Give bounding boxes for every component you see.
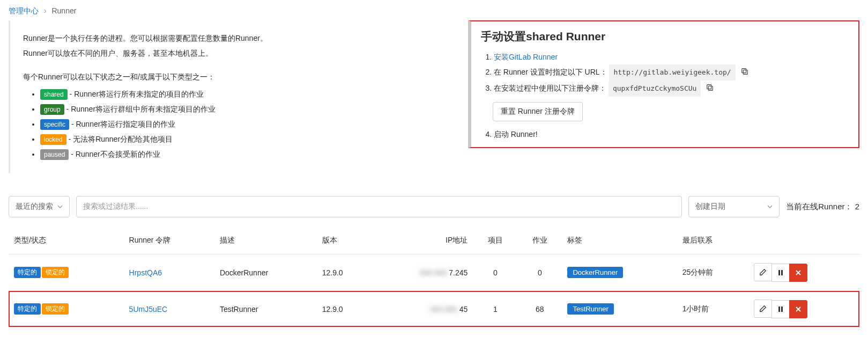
recent-search-dropdown[interactable]: 最近的搜索 bbox=[9, 196, 70, 217]
col-token: Runner 令牌 bbox=[124, 227, 214, 254]
svg-rect-6 bbox=[778, 307, 780, 312]
table-row: 特定的锁定的5UmJ5uECTestRunner12.9.0000.000.45… bbox=[9, 291, 859, 327]
svg-rect-4 bbox=[778, 270, 780, 275]
col-version: 版本 bbox=[317, 227, 372, 254]
badge-shared: shared bbox=[40, 89, 68, 100]
online-runners-status: 当前在线Runner： 2 bbox=[786, 202, 859, 212]
col-desc: 描述 bbox=[214, 227, 317, 254]
intro-p3: 每个Runner可以在以下状态之一和/或属于以下类型之一： bbox=[23, 71, 429, 84]
svg-rect-7 bbox=[781, 307, 783, 312]
setup-step2-text: 在 Runner 设置时指定以下 URL： bbox=[494, 68, 607, 76]
desc-group: - Runner将运行群组中所有未指定项目的作业 bbox=[66, 105, 216, 113]
search-input[interactable]: 搜索或过滤结果...... bbox=[76, 196, 682, 217]
intro-p2: Runner可以放在不同的用户、服务器，甚至本地机器上。 bbox=[23, 47, 429, 60]
row-badge-specific: 特定的 bbox=[14, 267, 41, 278]
col-last: 最后联系 bbox=[677, 227, 749, 254]
runner-desc: DockerRunner bbox=[214, 254, 317, 291]
desc-shared: - Runner将运行所有未指定的项目的作业 bbox=[70, 90, 204, 98]
intro-p1: Runner是一个执行任务的进程。您可以根据需要配置任意数量的Runner。 bbox=[23, 32, 429, 45]
runner-tag: TestRunner bbox=[567, 303, 613, 315]
badge-locked: locked bbox=[40, 134, 66, 145]
svg-rect-0 bbox=[743, 70, 747, 75]
recent-search-label: 最近的搜索 bbox=[16, 202, 53, 212]
setup-step4-text: 启动 Runner! bbox=[494, 127, 849, 142]
runner-token-link[interactable]: HrpstQA6 bbox=[129, 268, 162, 277]
col-projects: 项目 bbox=[473, 227, 517, 254]
setup-step3-text: 在安装过程中使用以下注册令牌： bbox=[494, 84, 606, 92]
svg-rect-1 bbox=[741, 69, 746, 73]
runner-jobs: 0 bbox=[517, 254, 562, 291]
delete-button[interactable] bbox=[789, 300, 807, 318]
breadcrumb: 管理中心 › Runner bbox=[9, 6, 859, 16]
runner-last-contact: 25分钟前 bbox=[677, 254, 749, 291]
setup-title: 手动设置shared Runner bbox=[481, 29, 849, 44]
badge-paused: paused bbox=[40, 149, 69, 160]
col-tags: 标签 bbox=[562, 227, 677, 254]
col-jobs: 作业 bbox=[517, 227, 562, 254]
runner-projects: 1 bbox=[473, 291, 517, 327]
badge-specific: specific bbox=[40, 119, 69, 130]
pause-button[interactable] bbox=[771, 264, 790, 282]
runner-ip: 000.000.45 bbox=[372, 291, 473, 327]
breadcrumb-current: Runner bbox=[51, 6, 76, 15]
svg-rect-5 bbox=[781, 270, 783, 275]
install-runner-link[interactable]: 安装GitLab Runner bbox=[494, 53, 558, 61]
row-badge-specific: 特定的 bbox=[14, 303, 41, 315]
runner-tag: DockerRunner bbox=[567, 267, 623, 278]
col-ip: IP地址 bbox=[372, 227, 473, 254]
chevron-down-icon bbox=[57, 202, 63, 211]
svg-rect-2 bbox=[709, 86, 713, 91]
row-badge-locked: 锁定的 bbox=[42, 303, 69, 315]
row-badge-locked: 锁定的 bbox=[42, 267, 69, 278]
runner-projects: 0 bbox=[473, 254, 517, 291]
chevron-down-icon bbox=[767, 202, 773, 211]
table-row: 特定的锁定的HrpstQA6DockerRunner12.9.0000.000.… bbox=[9, 254, 859, 291]
runner-ip: 000.000.7.245 bbox=[372, 254, 473, 291]
svg-rect-3 bbox=[707, 85, 711, 89]
manual-setup-panel: 手动设置shared Runner 安装GitLab Runner 在 Runn… bbox=[468, 20, 859, 148]
setup-url-code: http://gitlab.weiyigeek.top/ bbox=[609, 64, 735, 81]
runner-version: 12.9.0 bbox=[317, 254, 372, 291]
breadcrumb-separator: › bbox=[44, 6, 47, 15]
runner-jobs: 68 bbox=[517, 291, 562, 327]
delete-button[interactable] bbox=[789, 264, 807, 282]
edit-button[interactable] bbox=[754, 263, 772, 281]
sort-dropdown[interactable]: 创建日期 bbox=[688, 196, 780, 217]
runner-token-link[interactable]: 5UmJ5uEC bbox=[129, 305, 168, 313]
badge-group: group bbox=[40, 104, 64, 115]
col-type: 类型/状态 bbox=[9, 227, 124, 254]
runner-version: 12.9.0 bbox=[317, 291, 372, 327]
breadcrumb-root[interactable]: 管理中心 bbox=[9, 6, 39, 15]
runner-intro-panel: Runner是一个执行任务的进程。您可以根据需要配置任意数量的Runner。 R… bbox=[9, 20, 442, 173]
runner-last-contact: 1小时前 bbox=[677, 291, 749, 327]
desc-locked: - 无法将Runner分配给其他项目 bbox=[69, 135, 173, 143]
runner-desc: TestRunner bbox=[214, 291, 317, 327]
copy-url-icon[interactable] bbox=[741, 65, 748, 80]
edit-button[interactable] bbox=[754, 300, 772, 318]
pause-button[interactable] bbox=[771, 300, 790, 318]
setup-token-code: qupxfdPtuzCckymoSCUu bbox=[609, 81, 701, 97]
reset-token-button[interactable]: 重置 Runner 注册令牌 bbox=[493, 102, 583, 121]
sort-label: 创建日期 bbox=[695, 202, 725, 212]
desc-paused: - Runner不会接受新的作业 bbox=[71, 150, 160, 158]
runners-table: 类型/状态 Runner 令牌 描述 版本 IP地址 项目 作业 标签 最后联系… bbox=[9, 227, 859, 327]
desc-specific: - Runner将运行指定项目的作业 bbox=[71, 120, 175, 128]
copy-token-icon[interactable] bbox=[706, 81, 714, 96]
